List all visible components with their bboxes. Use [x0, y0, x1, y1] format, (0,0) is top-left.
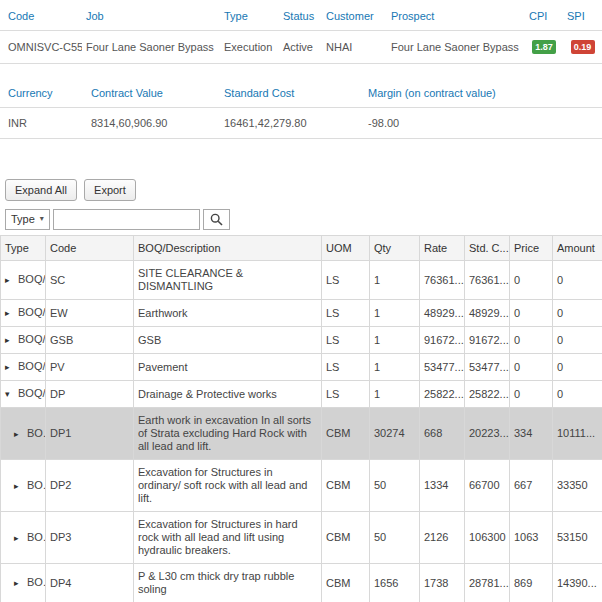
boq-header-row: Type Code BOQ/Description UOM Qty Rate S…	[1, 236, 602, 261]
expand-toggle-icon[interactable]: ▸	[14, 480, 23, 493]
expand-toggle-icon[interactable]: ▾	[5, 388, 14, 401]
job-summary-header-row: Code Job Type Status Customer Prospect C…	[0, 4, 602, 31]
row-rate: 53477...	[420, 354, 465, 381]
row-std-cost: 53477...	[465, 354, 510, 381]
row-code: DP3	[46, 512, 134, 564]
finance-col-contract-value: Contract Value	[87, 81, 220, 108]
row-code: PV	[46, 354, 134, 381]
row-std-cost: 20223...	[465, 408, 510, 460]
row-qty: 50	[370, 512, 420, 564]
boq-row[interactable]: ▸BOQ/PI SC SITE CLEARANCE & DISMANTLING …	[1, 261, 602, 300]
row-std-cost: 25822...	[465, 381, 510, 408]
row-type: BO...	[27, 576, 46, 588]
job-col-prospect: Prospect	[387, 4, 525, 31]
row-uom: CBM	[322, 460, 370, 512]
expand-toggle-icon[interactable]: ▸	[14, 577, 23, 590]
boq-row[interactable]: ▸BOQ/PI EW Earthwork LS 1 48929... 48929…	[1, 300, 602, 327]
expand-toggle-icon[interactable]: ▸	[14, 532, 23, 545]
row-description: Earthwork	[134, 300, 322, 327]
row-uom: LS	[322, 354, 370, 381]
row-qty: 1	[370, 381, 420, 408]
standard-cost-value: 16461,42,279.80	[220, 108, 364, 139]
row-type: BOQ/PI	[18, 306, 46, 318]
row-type: BO...	[27, 479, 46, 491]
row-std-cost: 91672...	[465, 327, 510, 354]
finance-summary-row: INR 8314,60,906.90 16461,42,279.80 -98.0…	[0, 108, 602, 139]
currency-value: INR	[0, 108, 87, 139]
row-description: SITE CLEARANCE & DISMANTLING	[134, 261, 322, 300]
job-summary-row[interactable]: OMNISVC-C55 Four Lane Saoner Bypass Exec…	[0, 31, 602, 64]
boq-col-std-cost: Std. C...	[465, 236, 510, 261]
row-description: Earth work in excavation In all sorts of…	[134, 408, 322, 460]
row-amount: 53150	[553, 512, 602, 564]
row-rate: 1334	[420, 460, 465, 512]
row-type: BO...	[27, 427, 46, 439]
job-col-customer: Customer	[322, 4, 387, 31]
search-input[interactable]	[53, 209, 200, 230]
type-filter-dropdown[interactable]: Type ▾	[5, 209, 50, 230]
row-price: 0	[510, 327, 553, 354]
search-button[interactable]	[203, 209, 230, 230]
filter-bar: Type ▾	[5, 208, 602, 230]
finance-summary-header-row: Currency Contract Value Standard Cost Ma…	[0, 81, 602, 108]
expand-toggle-icon[interactable]: ▸	[5, 274, 14, 287]
boq-row[interactable]: ▸BO... DP1 Earth work in excavation In a…	[1, 408, 602, 460]
boq-col-description: BOQ/Description	[134, 236, 322, 261]
row-qty: 1656	[370, 564, 420, 602]
row-price: 0	[510, 261, 553, 300]
row-amount: 0	[553, 381, 602, 408]
row-qty: 50	[370, 460, 420, 512]
row-code: GSB	[46, 327, 134, 354]
row-type: BOQ/PI	[18, 360, 46, 372]
expand-toggle-icon[interactable]: ▸	[14, 428, 23, 441]
expand-all-button[interactable]: Expand All	[5, 179, 77, 201]
boq-row[interactable]: ▸BOQ/PI GSB GSB LS 1 91672... 91672... 0…	[1, 327, 602, 354]
row-uom: CBM	[322, 512, 370, 564]
row-rate: 668	[420, 408, 465, 460]
boq-row[interactable]: ▸BO... DP4 P & L30 cm thick dry trap rub…	[1, 564, 602, 602]
boq-col-price: Price	[510, 236, 553, 261]
contract-value: 8314,60,906.90	[87, 108, 220, 139]
boq-row[interactable]: ▸BO... DP3 Excavation for Structures in …	[1, 512, 602, 564]
expand-toggle-icon[interactable]: ▸	[5, 307, 14, 320]
finance-summary-table: Currency Contract Value Standard Cost Ma…	[0, 81, 602, 139]
boq-row[interactable]: ▸BO... DP2 Excavation for Structures in …	[1, 460, 602, 512]
row-std-cost: 76361...	[465, 261, 510, 300]
row-std-cost: 48929...	[465, 300, 510, 327]
row-amount: 0	[553, 327, 602, 354]
row-code: DP2	[46, 460, 134, 512]
row-amount: 0	[553, 354, 602, 381]
boq-row[interactable]: ▸BOQ/PI PV Pavement LS 1 53477... 53477.…	[1, 354, 602, 381]
chevron-down-icon: ▾	[40, 215, 44, 223]
job-code: OMNISVC-C55	[0, 31, 82, 64]
job-summary-table: Code Job Type Status Customer Prospect C…	[0, 4, 602, 64]
row-rate: 91672...	[420, 327, 465, 354]
row-price: 334	[510, 408, 553, 460]
row-code: DP	[46, 381, 134, 408]
type-filter-label: Type	[11, 213, 35, 225]
boq-col-rate: Rate	[420, 236, 465, 261]
export-button[interactable]: Export	[84, 179, 136, 201]
row-uom: CBM	[322, 408, 370, 460]
boq-row[interactable]: ▾BOQ/PI DP Drainage & Protective works L…	[1, 381, 602, 408]
row-description: Pavement	[134, 354, 322, 381]
row-qty: 1	[370, 261, 420, 300]
job-costing-page: Code Job Type Status Customer Prospect C…	[0, 0, 602, 602]
row-price: 0	[510, 300, 553, 327]
row-type: BOQ/PI	[18, 273, 46, 285]
expand-toggle-icon[interactable]: ▸	[5, 334, 14, 347]
job-col-type: Type	[220, 4, 279, 31]
row-type: BO...	[27, 531, 46, 543]
row-code: DP4	[46, 564, 134, 602]
row-price: 869	[510, 564, 553, 602]
row-amount: 0	[553, 300, 602, 327]
job-type: Execution	[220, 31, 279, 64]
expand-toggle-icon[interactable]: ▸	[5, 361, 14, 374]
row-std-cost: 28781...	[465, 564, 510, 602]
row-amount: 14390...	[553, 564, 602, 602]
spi-badge: 0.19	[571, 40, 595, 54]
row-rate: 76361...	[420, 261, 465, 300]
job-col-status: Status	[279, 4, 322, 31]
boq-col-code: Code	[46, 236, 134, 261]
row-std-cost: 66700	[465, 460, 510, 512]
